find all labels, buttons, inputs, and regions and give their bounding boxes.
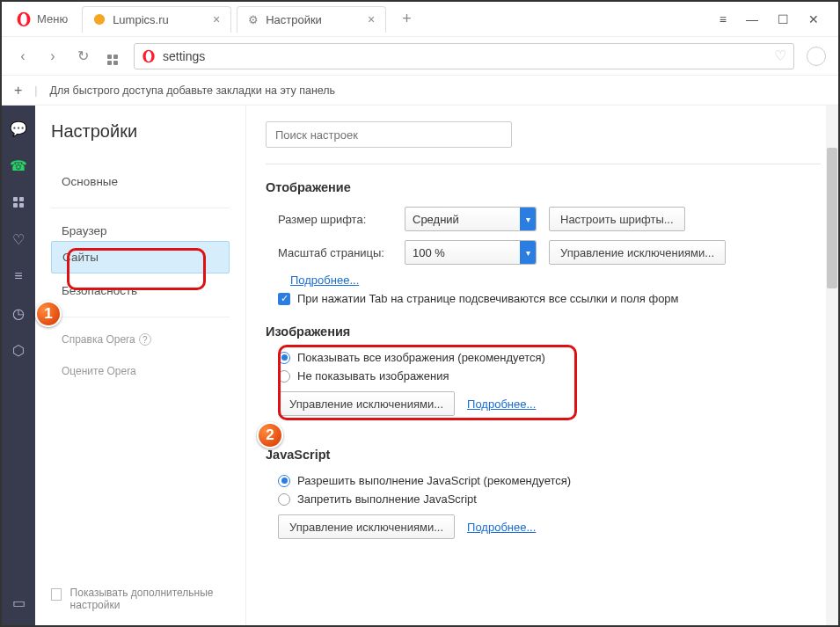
tab-title: Lumpics.ru	[113, 13, 169, 26]
window-minimize-icon[interactable]: —	[746, 12, 758, 26]
chevron-down-icon: ▾	[520, 241, 536, 264]
tab-strip: Меню Lumpics.ru × ⚙ Настройки × + ≡ — ☐ …	[2, 2, 838, 37]
radio-unchecked-icon	[278, 370, 290, 383]
gear-icon: ⚙	[248, 13, 259, 26]
customize-fonts-button[interactable]: Настроить шрифты...	[549, 207, 685, 231]
tab-highlight-label: При нажатии Tab на странице подсвечивают…	[297, 292, 679, 305]
whatsapp-icon[interactable]: ☎	[10, 157, 27, 174]
images-show-radio[interactable]: Показывать все изображения (рекомендуетс…	[266, 351, 821, 364]
radio-checked-icon	[278, 352, 290, 364]
annotation-badge-2: 2	[257, 422, 283, 448]
profile-avatar[interactable]	[807, 47, 826, 66]
zoom-exceptions-button[interactable]: Управление исключениями...	[549, 240, 726, 265]
annotation-badge-1: 1	[35, 301, 62, 327]
address-bar[interactable]: ♡	[134, 43, 794, 69]
close-icon[interactable]: ×	[368, 12, 375, 26]
messenger-icon[interactable]: 💬	[10, 120, 27, 137]
forward-button[interactable]: ›	[44, 48, 62, 64]
address-input[interactable]	[163, 49, 767, 63]
js-block-radio[interactable]: Запретить выполнение JavaScript	[266, 492, 821, 506]
section-title: JavaScript	[266, 448, 821, 462]
page-title: Настройки	[51, 121, 230, 142]
section-title: Изображения	[266, 324, 821, 339]
window-maximize-icon[interactable]: ☐	[778, 12, 789, 26]
window-stack-icon[interactable]: ≡	[719, 12, 727, 26]
section-display: Отображение Размер шрифта: Средний▾ Наст…	[266, 180, 821, 305]
help-icon: ?	[139, 333, 151, 346]
images-exceptions-button[interactable]: Управление исключениями...	[278, 391, 455, 416]
side-rail: 💬 ☎ ♡ ≡ ◷ ⬡ ▭	[2, 106, 35, 625]
checkbox-icon	[51, 588, 62, 601]
speed-dial-button[interactable]	[104, 47, 121, 65]
add-bookmark-button[interactable]: +	[14, 83, 22, 98]
bookmark-heart-icon[interactable]: ♡	[774, 47, 786, 64]
toolbar: ‹ › ↻ ♡	[2, 37, 838, 76]
speed-dial-icon[interactable]	[10, 193, 27, 211]
window-close-icon[interactable]: ✕	[808, 12, 819, 26]
search-input[interactable]	[275, 128, 502, 142]
tab-settings[interactable]: ⚙ Настройки ×	[237, 6, 386, 33]
section-title: Отображение	[266, 180, 821, 194]
panel-toggle-icon[interactable]: ▭	[10, 594, 27, 611]
svg-point-4	[146, 51, 152, 62]
page-zoom-label: Масштаб страницы:	[278, 246, 392, 259]
reload-button[interactable]: ↻	[74, 47, 91, 64]
menu-label: Меню	[37, 12, 68, 26]
heart-icon[interactable]: ♡	[10, 230, 27, 248]
nav-item-basic[interactable]: Основные	[51, 166, 230, 197]
radio-checked-icon	[278, 475, 290, 487]
opera-icon	[142, 49, 156, 63]
chevron-down-icon: ▾	[520, 208, 536, 230]
radio-unchecked-icon	[278, 493, 290, 506]
show-advanced-checkbox[interactable]: Показывать дополнительные настройки	[51, 587, 227, 611]
bookmarks-bar: + | Для быстрого доступа добавьте заклад…	[2, 76, 838, 106]
checkbox-checked-icon[interactable]: ✓	[278, 293, 290, 305]
images-hide-radio[interactable]: Не показывать изображения	[266, 369, 821, 383]
opera-icon	[16, 11, 32, 27]
display-more-link[interactable]: Подробнее...	[290, 273, 359, 287]
js-allow-radio[interactable]: Разрешить выполнение JavaScript (рекомен…	[266, 474, 821, 487]
lumpics-favicon-icon	[93, 13, 106, 26]
bookmarks-hint: Для быстрого доступа добавьте закладки н…	[50, 84, 336, 97]
tab-lumpics[interactable]: Lumpics.ru ×	[82, 6, 231, 33]
nav-item-sites[interactable]: Сайты	[51, 241, 230, 273]
nav-item-security[interactable]: Безопасность	[51, 275, 230, 306]
new-tab-button[interactable]: +	[395, 10, 419, 28]
js-exceptions-button[interactable]: Управление исключениями...	[278, 514, 455, 539]
search-settings[interactable]	[266, 121, 512, 148]
section-javascript: JavaScript Разрешить выполнение JavaScri…	[266, 448, 821, 539]
news-icon[interactable]: ≡	[10, 267, 27, 285]
font-size-select[interactable]: Средний▾	[405, 207, 537, 231]
tab-title: Настройки	[266, 13, 322, 26]
svg-point-2	[94, 14, 105, 25]
scrollbar[interactable]	[826, 106, 838, 625]
js-more-link[interactable]: Подробнее...	[467, 521, 536, 534]
back-button[interactable]: ‹	[14, 48, 32, 64]
section-images: Изображения Показывать все изображения (…	[266, 324, 821, 416]
page-zoom-select[interactable]: 100 %▾	[405, 240, 537, 265]
nav-item-browser[interactable]: Браузер	[51, 215, 230, 239]
close-icon[interactable]: ×	[213, 12, 220, 26]
font-size-label: Размер шрифта:	[278, 213, 392, 226]
settings-nav: Настройки Основные Браузер Сайты Безопас…	[35, 106, 246, 625]
cube-icon[interactable]: ⬡	[10, 341, 27, 359]
svg-point-1	[20, 13, 27, 26]
nav-item-help[interactable]: Справка Opera?	[51, 324, 230, 354]
images-more-link[interactable]: Подробнее...	[467, 397, 536, 411]
nav-item-rate[interactable]: Оцените Opera	[51, 356, 230, 386]
menu-button[interactable]: Меню	[7, 6, 77, 33]
clock-icon[interactable]: ◷	[10, 304, 27, 322]
settings-content: Отображение Размер шрифта: Средний▾ Наст…	[246, 106, 838, 625]
scrollbar-thumb[interactable]	[827, 148, 837, 288]
